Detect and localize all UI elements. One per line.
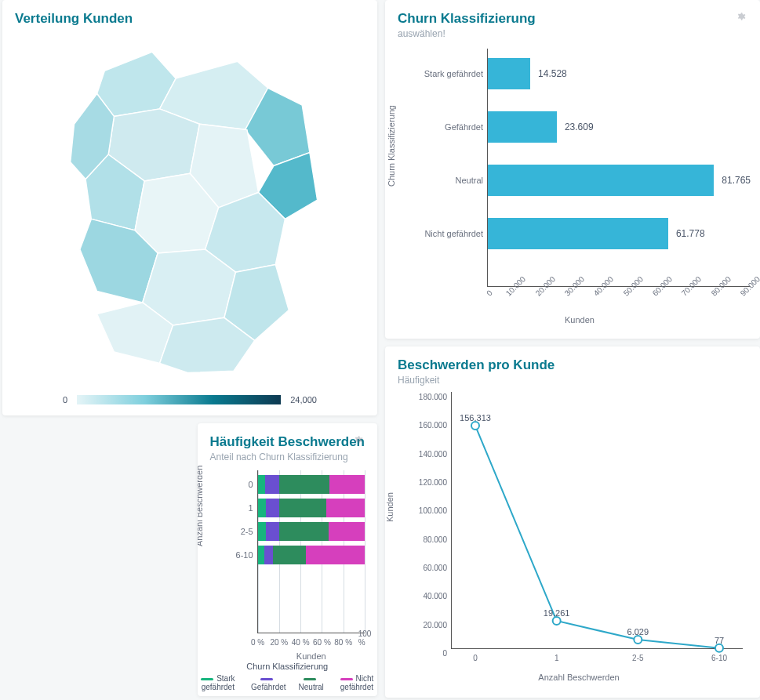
card-title: Churn Klassifizierung (398, 11, 747, 27)
y-tick: 40.000 (413, 592, 447, 600)
stacked-segment[interactable] (258, 522, 267, 541)
x-tick: 0 (485, 288, 494, 298)
xaxis-label: Kunden (565, 315, 595, 325)
card-subtitle: Anteil nach Churn Klassifizierung (210, 452, 365, 462)
y-tick: 0 (413, 649, 447, 658)
bar[interactable] (488, 111, 557, 143)
right-column: Verteilung Kunden (2, 0, 377, 698)
bar-row[interactable]: Stark gefährdet14.528 (488, 56, 751, 91)
legend-gradient (77, 395, 281, 404)
card-churn-klassifizierung: Churn Klassifizierung auswählen! Churn K… (385, 0, 760, 339)
stacked-segment[interactable] (273, 546, 306, 564)
x-tick: 60 % (313, 638, 331, 647)
germany-map[interactable] (2, 33, 377, 375)
x-tick: 0 % (251, 638, 264, 647)
y-tick: 180.000 (413, 393, 447, 401)
settings-icon[interactable] (355, 434, 366, 445)
legend-min: 0 (63, 395, 67, 404)
x-tick: 6-10 (711, 654, 727, 662)
legend-max: 24,000 (290, 395, 317, 404)
y-tick: 60.000 (413, 564, 447, 572)
stacked-segment[interactable] (329, 475, 365, 494)
stacked-segment[interactable] (279, 499, 326, 517)
card-subtitle: Häufigkeit (398, 375, 747, 386)
point-label: 77 (715, 636, 724, 645)
dashboard-grid: Churn Klassifizierung auswählen! Churn K… (0, 0, 760, 698)
point-label: 19.261 (544, 608, 570, 618)
stacked-segment[interactable] (279, 522, 329, 541)
svg-point-2 (634, 636, 642, 644)
stacked-segment[interactable] (329, 522, 365, 541)
stacked-segment[interactable] (265, 475, 279, 494)
stacked-segment[interactable] (266, 499, 278, 517)
row-category: 2-5 (225, 522, 258, 541)
svg-point-0 (471, 422, 479, 430)
yaxis-label: Kunden (385, 492, 395, 522)
stacked-row[interactable]: 6-10 (258, 546, 365, 564)
map-legend: 0 24,000 (2, 395, 377, 404)
bar-value-label: 23.609 (565, 122, 594, 132)
y-tick: 160.000 (413, 421, 447, 430)
stacked-segment[interactable] (258, 546, 264, 564)
y-tick: 100.000 (413, 506, 447, 515)
stacked-segment[interactable] (258, 475, 266, 494)
yaxis-label: Churn Klassifizierung (387, 105, 396, 187)
svg-point-1 (553, 617, 561, 625)
point-label: 156.313 (460, 413, 491, 423)
stacked-row[interactable]: 0 (258, 475, 365, 494)
settings-icon[interactable] (738, 11, 749, 22)
stacked-segment[interactable] (306, 546, 365, 564)
card-beschwerden-pro-kunde: Beschwerden pro Kunde Häufigkeit Kunden … (385, 346, 760, 698)
stacked-segment[interactable] (264, 546, 273, 564)
card-verteilung-kunden: Verteilung Kunden (2, 0, 377, 415)
row-category: 6-10 (225, 546, 258, 564)
x-tick: 2-5 (632, 654, 643, 662)
svg-point-3 (715, 644, 723, 652)
legend-title: Churn Klassifizierung (198, 662, 377, 671)
x-tick: 0 (473, 654, 478, 662)
stacked-segment[interactable] (266, 522, 278, 541)
y-tick: 80.000 (413, 535, 447, 543)
bar-row[interactable]: Nicht gefährdet61.778 (488, 216, 751, 251)
legend-item: Gefährdet (251, 674, 285, 691)
legend-item: Neutral (299, 674, 324, 691)
bar-category-label: Gefährdet (413, 122, 488, 132)
bar-value-label: 14.528 (538, 68, 567, 79)
stacked-row[interactable]: 2-5 (258, 522, 365, 541)
xaxis-label: Kunden (296, 651, 326, 661)
bar[interactable] (488, 218, 668, 249)
hbar-chart[interactable]: Stark gefährdet14.528Gefährdet23.609Neut… (409, 49, 751, 325)
stacked-row[interactable]: 1 (258, 499, 365, 517)
stacked-segment[interactable] (258, 499, 267, 517)
row-category: 1 (225, 499, 258, 517)
xaxis-label: Anzahl Beschwerden (538, 673, 619, 682)
bar-category-label: Stark gefährdet (413, 69, 488, 78)
bar-row[interactable]: Neutral81.765 (488, 163, 751, 198)
legend-item: Nicht gefährdet (336, 674, 377, 691)
bar-row[interactable]: Gefährdet23.609 (488, 110, 751, 144)
line-chart[interactable]: 020.00040.00060.00080.000100.000120.0001… (407, 392, 751, 682)
bar-category-label: Neutral (413, 176, 488, 185)
bar-value-label: 61.778 (676, 228, 705, 239)
card-haeufigkeit-beschwerden: Häufigkeit Beschwerden Anteil nach Churn… (198, 423, 377, 696)
card-title: Verteilung Kunden (15, 11, 365, 27)
x-tick: 20 % (270, 638, 288, 647)
x-tick: 40 % (292, 638, 310, 647)
card-title: Häufigkeit Beschwerden (210, 434, 365, 450)
stacked-chart[interactable]: Kunden 0 %20 %40 %60 %80 %100 %012-56-10 (221, 470, 368, 658)
bar[interactable] (488, 58, 530, 89)
y-tick: 120.000 (413, 478, 447, 487)
bar-category-label: Nicht gefährdet (413, 229, 488, 238)
y-tick: 20.000 (413, 620, 447, 629)
x-tick: 100 % (358, 629, 372, 647)
yaxis-label: Anzahl Beschwerden (198, 465, 204, 546)
x-tick: 1 (555, 654, 559, 662)
legend: Churn Klassifizierung Stark gefährdetGef… (198, 662, 377, 691)
bar[interactable] (488, 165, 714, 196)
legend-item: Stark gefährdet (198, 674, 239, 691)
y-tick: 140.000 (413, 449, 447, 458)
stacked-segment[interactable] (326, 499, 365, 517)
point-label: 6.029 (627, 627, 649, 637)
stacked-segment[interactable] (279, 475, 329, 494)
card-subtitle: auswählen! (398, 28, 747, 39)
